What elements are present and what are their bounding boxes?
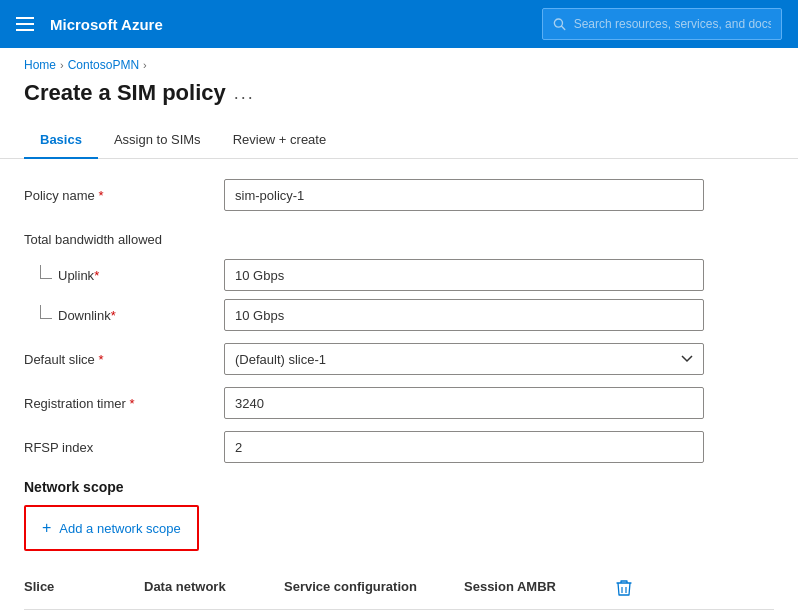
tab-assign-to-sims[interactable]: Assign to SIMs <box>98 122 217 159</box>
col-service-config-header: Service configuration <box>284 579 464 601</box>
search-input[interactable] <box>574 17 771 31</box>
uplink-input[interactable] <box>224 259 704 291</box>
downlink-label-col: Downlink * <box>24 308 224 323</box>
default-slice-select[interactable]: (Default) slice-1 <box>224 343 704 375</box>
uplink-row: Uplink * <box>24 259 774 291</box>
page-options-button[interactable]: ... <box>234 83 255 104</box>
svg-line-4 <box>562 26 565 29</box>
uplink-label-col: Uplink * <box>24 268 224 283</box>
rfsp-index-row: RFSP index <box>24 431 774 463</box>
hamburger-icon[interactable] <box>16 17 34 31</box>
downlink-input[interactable] <box>224 299 704 331</box>
rfsp-index-input[interactable] <box>224 431 704 463</box>
page-header: Create a SIM policy ... <box>0 76 798 122</box>
svg-rect-0 <box>16 17 34 19</box>
navbar-title: Microsoft Azure <box>50 16 526 33</box>
tab-basics[interactable]: Basics <box>24 122 98 159</box>
col-slice-header: Slice <box>24 579 144 601</box>
policy-name-row: Policy name * <box>24 179 774 211</box>
delete-icon <box>616 579 632 601</box>
downlink-tree <box>40 305 52 319</box>
navbar: Microsoft Azure <box>0 0 798 48</box>
tab-bar: Basics Assign to SIMs Review + create <box>0 122 798 159</box>
plus-icon: + <box>42 519 51 537</box>
search-box[interactable] <box>542 8 782 40</box>
policy-name-label: Policy name * <box>24 188 224 203</box>
table-header: Slice Data network Service configuration… <box>24 571 774 610</box>
breadcrumb: Home › ContosoPMN › <box>0 48 798 76</box>
registration-timer-label: Registration timer * <box>24 396 224 411</box>
page-title: Create a SIM policy <box>24 80 226 106</box>
default-slice-label: Default slice * <box>24 352 224 367</box>
default-slice-row: Default slice * (Default) slice-1 <box>24 343 774 375</box>
breadcrumb-sep-1: › <box>60 59 64 71</box>
downlink-row: Downlink * <box>24 299 774 331</box>
add-network-scope-button[interactable]: + Add a network scope <box>24 505 199 551</box>
bandwidth-label-row: Total bandwidth allowed <box>24 223 774 255</box>
network-scope-heading: Network scope <box>24 479 774 495</box>
svg-rect-1 <box>16 23 34 25</box>
policy-name-input[interactable] <box>224 179 704 211</box>
breadcrumb-sep-2: › <box>143 59 147 71</box>
col-session-ambr-header: Session AMBR <box>464 579 604 601</box>
tab-review-create[interactable]: Review + create <box>217 122 343 159</box>
breadcrumb-home[interactable]: Home <box>24 58 56 72</box>
col-data-network-header: Data network <box>144 579 284 601</box>
add-network-scope-label: Add a network scope <box>59 521 180 536</box>
registration-timer-row: Registration timer * <box>24 387 774 419</box>
bandwidth-label: Total bandwidth allowed <box>24 232 224 247</box>
search-icon <box>553 17 566 31</box>
rfsp-index-label: RFSP index <box>24 440 224 455</box>
svg-rect-2 <box>16 29 34 31</box>
col-delete-header <box>604 579 644 601</box>
registration-timer-input[interactable] <box>224 387 704 419</box>
form-content: Policy name * Total bandwidth allowed Up… <box>0 179 798 610</box>
breadcrumb-parent[interactable]: ContosoPMN <box>68 58 139 72</box>
uplink-tree <box>40 265 52 279</box>
